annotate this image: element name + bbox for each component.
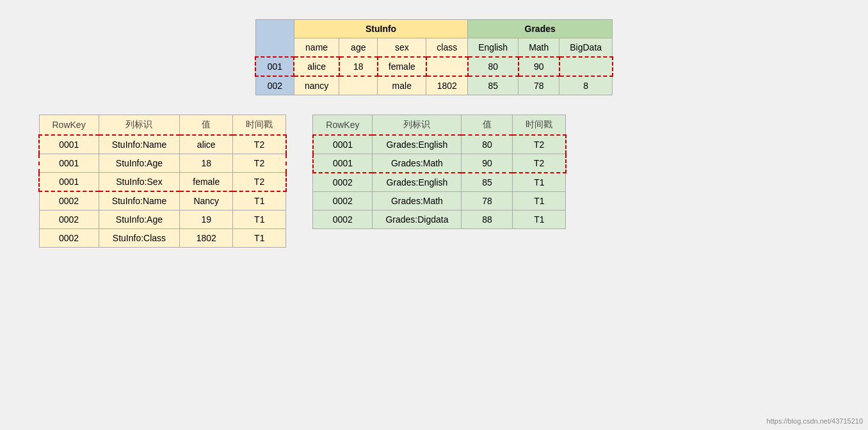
hbase-left-row-0: 0001 StuInfo:Name alice T2 [39, 135, 286, 154]
right-r3-val: 78 [462, 192, 513, 211]
hbase-left-col-ts: 时间戳 [233, 115, 286, 136]
col-english: English [468, 38, 518, 58]
class-empty [426, 57, 468, 76]
math-78: 78 [518, 76, 559, 95]
left-r3-rowkey: 0002 [39, 191, 99, 211]
data-row-002: 002 nancy male 1802 85 78 8 [255, 76, 612, 95]
left-r1-col: StuInfo:Age [99, 154, 180, 173]
left-r5-ts: T1 [233, 229, 286, 248]
hbase-right-col-val: 值 [462, 115, 513, 136]
hbase-left-row-1: 0001 StuInfo:Age 18 T2 [39, 154, 286, 173]
left-r4-col: StuInfo:Age [99, 211, 180, 229]
english-85: 85 [468, 76, 518, 95]
left-r0-rowkey: 0001 [39, 135, 99, 154]
left-r5-rowkey: 0002 [39, 229, 99, 248]
left-r4-val: 19 [180, 211, 233, 229]
right-r3-ts: T1 [513, 192, 566, 211]
hbase-left-col-colid: 列标识 [99, 115, 180, 136]
hbase-right-table: RowKey 列标识 值 时间戳 0001 Grades:English 80 … [312, 115, 567, 229]
left-r0-ts: T2 [233, 135, 286, 154]
right-r2-ts: T1 [513, 173, 566, 192]
hbase-left-row-4: 0002 StuInfo:Age 19 T1 [39, 211, 286, 229]
relational-table: StuInfo Grades name age sex class Englis… [255, 19, 613, 95]
col-math: Math [518, 38, 559, 58]
bigdata-empty [559, 57, 613, 76]
left-r3-col: StuInfo:Name [99, 191, 180, 211]
rowkey-001: 001 [255, 57, 294, 76]
hbase-left-container: RowKey 列标识 值 时间戳 0001 StuInfo:Name alice… [38, 115, 287, 248]
english-80: 80 [468, 57, 518, 76]
left-r1-ts: T2 [233, 154, 286, 173]
math-90: 90 [518, 57, 559, 76]
left-r3-val: Nancy [180, 191, 233, 211]
hbase-right-col-colid: 列标识 [373, 115, 462, 136]
right-r1-col: Grades:Math [373, 154, 462, 173]
left-r5-col: StuInfo:Class [99, 229, 180, 248]
right-r4-rowkey: 0002 [313, 211, 373, 229]
hbase-left-table: RowKey 列标识 值 时间戳 0001 StuInfo:Name alice… [38, 115, 287, 248]
bottom-section: RowKey 列标识 值 时间戳 0001 StuInfo:Name alice… [13, 115, 855, 248]
hbase-left-col-val: 值 [180, 115, 233, 136]
right-r1-val: 90 [462, 154, 513, 173]
right-r0-ts: T2 [513, 135, 566, 154]
hbase-left-col-rowkey: RowKey [39, 115, 99, 136]
left-r2-col: StuInfo:Sex [99, 173, 180, 192]
col-bigdata: BigData [559, 38, 613, 58]
hbase-right-row-4: 0002 Grades:Digdata 88 T1 [313, 211, 566, 229]
group-header-row: StuInfo Grades [255, 20, 612, 38]
hbase-right-row-2: 0002 Grades:English 85 T1 [313, 173, 566, 192]
class-1802: 1802 [426, 76, 468, 95]
left-r1-rowkey: 0001 [39, 154, 99, 173]
right-r4-col: Grades:Digdata [373, 211, 462, 229]
col-class: class [426, 38, 468, 58]
col-header-row: name age sex class English Math BigData [255, 38, 612, 58]
col-name: name [294, 38, 339, 58]
left-r4-rowkey: 0002 [39, 211, 99, 229]
grades-header: Grades [468, 20, 613, 38]
left-r1-val: 18 [180, 154, 233, 173]
rowkey-002: 002 [255, 76, 294, 95]
name-nancy: nancy [294, 76, 339, 95]
right-r1-ts: T2 [513, 154, 566, 173]
left-r0-val: alice [180, 135, 233, 154]
hbase-right-row-3: 0002 Grades:Math 78 T1 [313, 192, 566, 211]
left-r0-col: StuInfo:Name [99, 135, 180, 154]
right-r3-rowkey: 0002 [313, 192, 373, 211]
hbase-right-col-rowkey: RowKey [313, 115, 373, 136]
watermark: https://blog.csdn.net/43715210 [767, 417, 863, 425]
right-r1-rowkey: 0001 [313, 154, 373, 173]
right-r4-val: 88 [462, 211, 513, 229]
col-age: age [339, 38, 378, 58]
hbase-left-row-3: 0002 StuInfo:Name Nancy T1 [39, 191, 286, 211]
left-r5-val: 1802 [180, 229, 233, 248]
right-r2-col: Grades:English [373, 173, 462, 192]
sex-male: male [378, 76, 426, 95]
left-r4-ts: T1 [233, 211, 286, 229]
sex-female: female [378, 57, 426, 76]
name-alice: alice [294, 57, 339, 76]
age-18: 18 [339, 57, 378, 76]
right-r2-rowkey: 0002 [313, 173, 373, 192]
left-r2-val: female [180, 173, 233, 192]
col-sex: sex [378, 38, 426, 58]
hbase-right-container: RowKey 列标识 值 时间戳 0001 Grades:English 80 … [312, 115, 567, 248]
hbase-left-row-5: 0002 StuInfo:Class 1802 T1 [39, 229, 286, 248]
stuinfo-header: StuInfo [294, 20, 467, 38]
data-row-001: 001 alice 18 female 80 90 [255, 57, 612, 76]
age-empty [339, 76, 378, 95]
right-r0-val: 80 [462, 135, 513, 154]
bigdata-8: 8 [559, 76, 613, 95]
hbase-right-header-row: RowKey 列标识 值 时间戳 [313, 115, 566, 136]
top-section: StuInfo Grades name age sex class Englis… [13, 19, 855, 95]
hbase-left-header-row: RowKey 列标识 值 时间戳 [39, 115, 286, 136]
hbase-right-row-1: 0001 Grades:Math 90 T2 [313, 154, 566, 173]
right-r4-ts: T1 [513, 211, 566, 229]
right-r0-rowkey: 0001 [313, 135, 373, 154]
left-r3-ts: T1 [233, 191, 286, 211]
hbase-right-col-ts: 时间戳 [513, 115, 566, 136]
left-r2-ts: T2 [233, 173, 286, 192]
right-r0-col: Grades:English [373, 135, 462, 154]
hbase-right-row-0: 0001 Grades:English 80 T2 [313, 135, 566, 154]
right-r2-val: 85 [462, 173, 513, 192]
left-r2-rowkey: 0001 [39, 173, 99, 192]
